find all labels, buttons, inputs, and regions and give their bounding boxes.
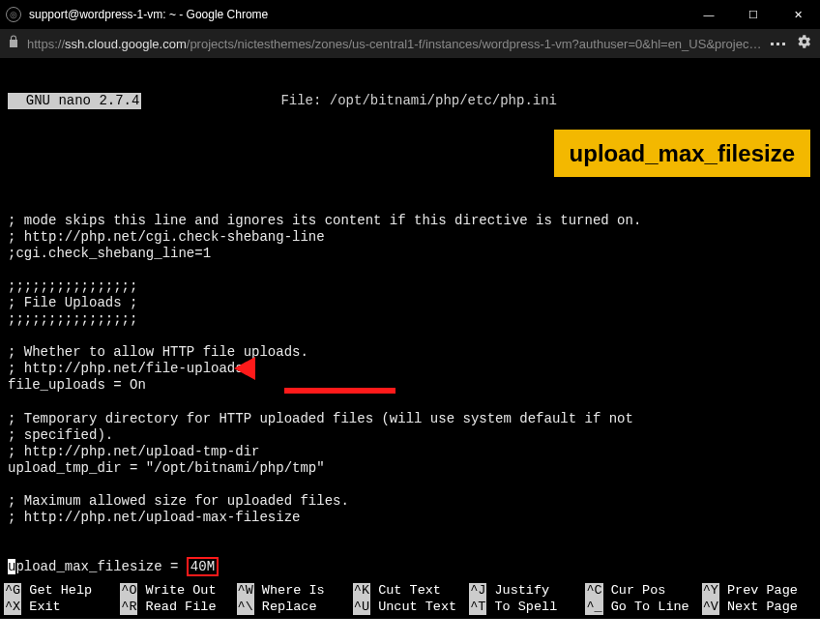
file-line: [8, 328, 812, 344]
shortcut-label: Go To Line: [603, 600, 689, 615]
nano-file-label: File: /opt/bitnami/php/etc/php.ini: [141, 93, 696, 109]
close-button[interactable]: ✕: [776, 0, 820, 29]
file-line: ; Maximum allowed size for uploaded file…: [8, 493, 812, 510]
shortcut-label: Where Is: [254, 583, 325, 599]
file-line: ; http://php.net/cgi.check-shebang-line: [8, 229, 812, 246]
shortcut-label: Get Help: [21, 583, 92, 599]
file-line: ; Whether to allow HTTP file uploads.: [8, 344, 812, 361]
window-titlebar: ◎ support@wordpress-1-vm: ~ - Google Chr…: [0, 0, 820, 29]
shortcut-key: ^V: [702, 600, 719, 615]
address-bar: https://ssh.cloud.google.com/projects/ni…: [0, 29, 820, 58]
url-text[interactable]: https://ssh.cloud.google.com/projects/ni…: [27, 37, 763, 51]
shortcut-key: ^C: [585, 583, 602, 599]
shortcut-label: Uncut Text: [370, 600, 456, 615]
shortcut-key: ^R: [120, 600, 137, 615]
shortcut-item: ^_ Go To Line: [585, 600, 699, 615]
shortcut-item: ^X Exit: [4, 600, 118, 615]
shortcut-label: Cur Pos: [603, 583, 666, 599]
shortcut-key: ^U: [353, 600, 370, 615]
shortcut-label: To Spell: [486, 600, 557, 615]
gear-icon[interactable]: [795, 33, 812, 54]
file-line: [8, 477, 812, 493]
file-content: ; mode skips this line and ignores its c…: [8, 180, 812, 619]
highlighted-value: 40M: [187, 557, 219, 576]
shortcut-label: Write Out: [137, 583, 216, 599]
shortcut-item: ^V Next Page: [702, 600, 816, 615]
file-line: upload_tmp_dir = "/opt/bitnami/php/tmp": [8, 460, 812, 477]
shortcut-item: ^T To Spell: [469, 600, 583, 615]
nano-header: GNU nano 2.7.4 File: /opt/bitnami/php/et…: [8, 93, 812, 109]
menu-icon[interactable]: [771, 43, 785, 45]
edit-line: upload_max_filesize = 40M: [8, 559, 812, 575]
shortcut-key: ^J: [469, 583, 486, 599]
shortcut-item: ^K Cut Text: [353, 583, 467, 599]
window-title: support@wordpress-1-vm: ~ - Google Chrom…: [29, 8, 687, 21]
maximize-button[interactable]: ☐: [731, 0, 776, 29]
shortcut-item: ^W Where Is: [237, 583, 351, 599]
shortcut-item: ^O Write Out: [120, 583, 234, 599]
minimize-button[interactable]: —: [687, 0, 731, 29]
shortcut-label: Prev Page: [719, 583, 798, 599]
shortcut-key: ^W: [237, 583, 254, 599]
shortcut-key: ^O: [120, 583, 137, 599]
file-line: ; http://php.net/upload-max-filesize: [8, 510, 812, 526]
shortcut-item: ^J Justify: [469, 583, 583, 599]
shortcut-key: ^\: [237, 600, 254, 615]
lock-icon: [8, 35, 19, 52]
shortcut-item: ^U Uncut Text: [353, 600, 467, 615]
shortcut-key: ^G: [4, 583, 21, 599]
shortcut-label: Replace: [254, 600, 317, 615]
file-line: ; http://php.net/upload-tmp-dir: [8, 444, 812, 460]
shortcut-item: ^G Get Help: [4, 583, 118, 599]
shortcut-item: ^Y Prev Page: [702, 583, 816, 599]
callout-label: upload_max_filesize: [554, 130, 810, 177]
shortcut-label: Exit: [21, 600, 61, 615]
file-line: ; Temporary directory for HTTP uploaded …: [8, 411, 812, 427]
shortcut-key: ^K: [353, 583, 370, 599]
file-line: ; mode skips this line and ignores its c…: [8, 213, 812, 229]
nano-shortcuts: ^G Get Help^X Exit^O Write Out^R Read Fi…: [0, 583, 820, 619]
arrow-annotation: [251, 366, 395, 415]
app-icon: ◎: [6, 7, 21, 22]
nano-version: GNU nano 2.7.4: [8, 93, 141, 109]
file-line: [8, 395, 812, 411]
file-line: file_uploads = On: [8, 377, 812, 394]
shortcut-item: ^C Cur Pos: [585, 583, 699, 599]
shortcut-label: Read File: [137, 600, 216, 615]
shortcut-key: ^Y: [702, 583, 719, 599]
shortcut-item: ^\ Replace: [237, 600, 351, 615]
shortcut-label: Cut Text: [370, 583, 441, 599]
shortcut-key: ^_: [585, 600, 602, 615]
file-line: ;;;;;;;;;;;;;;;;: [8, 311, 812, 328]
shortcut-key: ^T: [469, 600, 486, 615]
file-line: ; File Uploads ;: [8, 295, 812, 311]
shortcut-key: ^X: [4, 600, 21, 615]
file-line: [8, 262, 812, 278]
shortcut-label: Justify: [486, 583, 549, 599]
file-line: ; specified).: [8, 427, 812, 444]
file-line: ;cgi.check_shebang_line=1: [8, 246, 812, 262]
file-line: ;;;;;;;;;;;;;;;;: [8, 278, 812, 295]
file-line: ; http://php.net/file-uploads: [8, 361, 812, 377]
terminal-area[interactable]: GNU nano 2.7.4 File: /opt/bitnami/php/et…: [0, 58, 820, 619]
shortcut-label: Next Page: [719, 600, 798, 615]
shortcut-item: ^R Read File: [120, 600, 234, 615]
